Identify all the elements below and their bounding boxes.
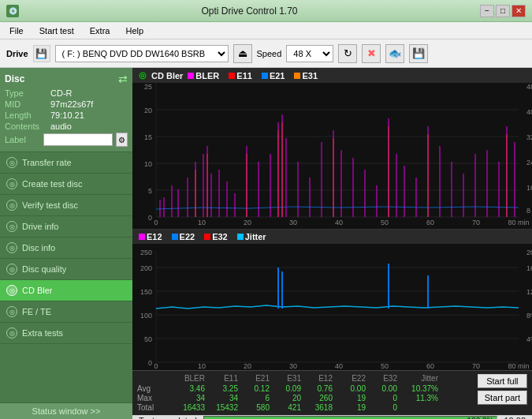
start-full-button[interactable]: Start full xyxy=(478,374,527,388)
stats-total-jitter xyxy=(397,403,438,412)
save-button[interactable]: 💾 xyxy=(409,44,428,63)
stats-label-avg: Avg xyxy=(137,384,167,393)
disc-length-label: Length xyxy=(5,110,50,120)
close-button[interactable]: ✕ xyxy=(512,5,526,17)
menu-start-test[interactable]: Start test xyxy=(33,24,80,37)
svg-text:50: 50 xyxy=(144,335,152,343)
title-bar: 💿 Opti Drive Control 1.70 − □ ✕ xyxy=(0,0,532,22)
disc-type-value: CD-R xyxy=(50,88,73,98)
start-part-button[interactable]: Start part xyxy=(478,391,527,405)
menu-bar: File Start test Extra Help xyxy=(0,22,532,39)
nav-icon-disc-quality: ◎ xyxy=(6,264,17,275)
sidebar-nav: ◎ Transfer rate ◎ Create test disc ◎ Ver… xyxy=(0,152,132,402)
svg-text:70: 70 xyxy=(472,362,480,370)
menu-help[interactable]: Help xyxy=(119,24,150,37)
legend-color-e11 xyxy=(229,73,235,79)
sidebar-item-cd-bler[interactable]: ◎ CD Bler xyxy=(0,280,132,301)
sidebar-item-drive-info[interactable]: ◎ Drive info xyxy=(0,216,132,238)
svg-text:20: 20 xyxy=(144,107,152,114)
speed-select[interactable]: 48 X xyxy=(286,45,333,62)
svg-text:40: 40 xyxy=(335,362,343,370)
restore-button[interactable]: □ xyxy=(496,5,510,17)
stats-label-total: Total xyxy=(137,403,167,412)
stats-avg-e11: 3.25 xyxy=(205,384,238,393)
stats-avg-jitter: 10.37% xyxy=(397,384,438,393)
stats-avg-e32: 0.00 xyxy=(366,384,397,393)
drive-select[interactable]: ( F: ) BENQ DVD DD DW1640 BSRB xyxy=(55,45,229,62)
sidebar-item-disc-info[interactable]: ◎ Disc info xyxy=(0,238,132,259)
stats-max-e22: 19 xyxy=(333,394,366,402)
svg-text:30: 30 xyxy=(289,219,297,226)
svg-text:4%: 4% xyxy=(526,335,532,343)
main-layout: Disc ⇄ Type CD-R MID 97m22s67f Length 79… xyxy=(0,68,532,419)
drive-label: Drive xyxy=(6,49,28,58)
sidebar-item-create-test-disc[interactable]: ◎ Create test disc xyxy=(0,174,132,195)
nav-icon-extra-tests: ◎ xyxy=(6,327,17,339)
svg-text:0: 0 xyxy=(154,219,158,226)
svg-text:80 min: 80 min xyxy=(508,362,529,370)
sidebar-item-transfer-rate[interactable]: ◎ Transfer rate xyxy=(0,152,132,174)
minimize-button[interactable]: − xyxy=(480,5,494,17)
svg-text:32 X: 32 X xyxy=(526,133,532,141)
svg-text:48 X: 48 X xyxy=(526,83,532,91)
sidebar-item-fe-te[interactable]: ◎ FE / TE xyxy=(0,301,132,323)
svg-text:20%: 20% xyxy=(526,249,532,256)
legend-color-e12 xyxy=(139,234,145,240)
disc-contents-label: Contents xyxy=(5,122,50,131)
menu-extra[interactable]: Extra xyxy=(84,24,117,37)
sidebar-item-extra-tests[interactable]: ◎ Extra tests xyxy=(0,323,132,344)
nav-label-create-test-disc: Create test disc xyxy=(22,179,82,189)
time-text: 10:02 xyxy=(504,416,526,419)
stats-max-e32: 0 xyxy=(366,394,397,402)
drive-toolbar: Drive 💾 ( F: ) BENQ DVD DD DW1640 BSRB ⏏… xyxy=(0,39,532,68)
eject-button[interactable]: ⏏ xyxy=(233,44,252,63)
disc-refresh-icon[interactable]: ⇄ xyxy=(118,73,128,85)
svg-text:25: 25 xyxy=(144,83,152,91)
legend-e32: E32 xyxy=(204,232,228,241)
svg-text:30: 30 xyxy=(289,362,297,370)
menu-file[interactable]: File xyxy=(3,24,30,37)
svg-text:16 X: 16 X xyxy=(526,184,532,192)
disc-settings-button[interactable]: ⚙ xyxy=(116,133,128,147)
disc-label-input[interactable] xyxy=(43,133,113,146)
status-text: Test completed xyxy=(139,416,197,419)
speed-label: Speed xyxy=(257,49,282,58)
app-title: Opti Drive Control 1.70 xyxy=(19,6,480,17)
sidebar-item-disc-quality[interactable]: ◎ Disc quality xyxy=(0,259,132,280)
disc-mid-value: 97m22s67f xyxy=(50,99,93,109)
nav-label-extra-tests: Extra tests xyxy=(22,328,63,338)
sidebar-item-verify-test-disc[interactable]: ◎ Verify test disc xyxy=(0,195,132,216)
stats-max-e31: 20 xyxy=(270,394,301,402)
stats-avg-e12: 0.76 xyxy=(301,384,333,393)
refresh-button[interactable]: ↻ xyxy=(338,44,357,63)
svg-text:60: 60 xyxy=(426,219,434,226)
legend-color-bler xyxy=(188,73,194,79)
nav-icon-disc-info: ◎ xyxy=(6,242,17,253)
stats-col-e11: E11 xyxy=(205,374,238,383)
stats-col-e22: E22 xyxy=(333,374,366,383)
svg-text:10: 10 xyxy=(198,362,206,370)
nav-label-transfer-rate: Transfer rate xyxy=(22,158,72,167)
svg-text:100: 100 xyxy=(140,312,152,320)
nav-icon-cd-bler: ◎ xyxy=(6,285,17,296)
nav-icon-drive-info: ◎ xyxy=(6,221,17,232)
stats-avg-bler: 3.46 xyxy=(167,384,205,393)
svg-text:10: 10 xyxy=(144,160,152,168)
disc-mid-label: MID xyxy=(5,99,50,109)
stats-total-e21: 580 xyxy=(238,403,270,412)
stats-total-e22: 19 xyxy=(333,403,366,412)
export-button[interactable]: 🐟 xyxy=(385,44,404,63)
drive-icon: 💾 xyxy=(33,45,50,62)
clear-button[interactable]: ✖ xyxy=(362,44,381,63)
svg-text:20: 20 xyxy=(244,219,251,226)
stats-max-bler: 34 xyxy=(167,394,205,402)
status-window-button[interactable]: Status window >> xyxy=(0,402,132,419)
stats-col-e12: E12 xyxy=(301,374,333,383)
nav-icon-create-test-disc: ◎ xyxy=(6,178,17,189)
svg-text:50: 50 xyxy=(381,219,389,226)
chart-upper-svg: 0 5 10 15 20 25 0 10 20 30 40 50 60 70 8… xyxy=(132,83,532,229)
nav-label-disc-info: Disc info xyxy=(22,243,55,253)
nav-label-drive-info: Drive info xyxy=(22,222,58,231)
nav-label-cd-bler: CD Bler xyxy=(22,286,53,295)
stats-avg-e22: 0.00 xyxy=(333,384,366,393)
